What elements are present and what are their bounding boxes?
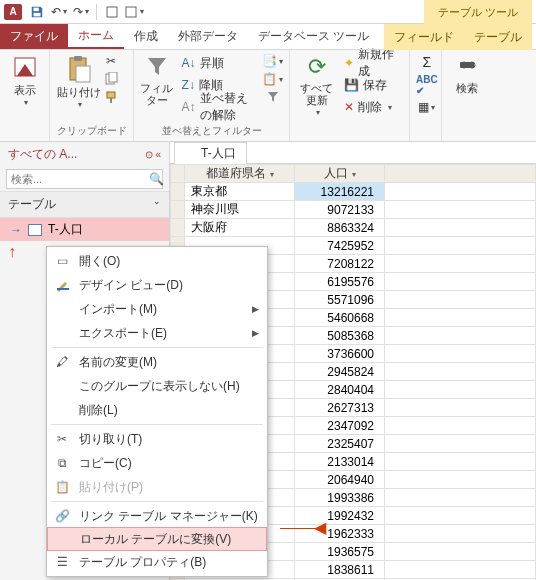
cell-empty[interactable] [385,327,536,345]
cell-empty[interactable] [385,471,536,489]
cell-pref[interactable]: 神奈川県 [185,201,295,219]
cell-empty[interactable] [385,183,536,201]
cell-pop[interactable]: 9072133 [295,201,385,219]
tab-create[interactable]: 作成 [124,24,168,49]
cm-cut[interactable]: ✂切り取り(T) [47,427,267,451]
sum-icon[interactable]: Σ [416,54,438,70]
cell-pop[interactable]: 1993386 [295,489,385,507]
nav-item-table[interactable]: → T-人口 [0,218,169,241]
selection-icon[interactable]: 📑▾ [262,54,283,68]
tab-home[interactable]: ホーム [68,24,124,49]
cm-delete[interactable]: 削除(L) [47,398,267,422]
cell-empty[interactable] [385,417,536,435]
cell-pop[interactable]: 2325407 [295,435,385,453]
column-header-pop[interactable]: 人口▾ [295,165,385,183]
find-button[interactable]: 検索 [448,54,486,94]
search-icon[interactable]: 🔍 [149,172,164,186]
tab-file[interactable]: ファイル [0,24,68,49]
nav-search[interactable]: 🔍 [6,169,163,189]
cell-pop[interactable]: 2840404 [295,381,385,399]
nav-header[interactable]: すべての A... ⊙ « [0,142,169,167]
cell-pop[interactable]: 2347092 [295,417,385,435]
cell-empty[interactable] [385,345,536,363]
row-selector[interactable] [171,219,185,237]
cell-empty[interactable] [385,525,536,543]
table-row[interactable]: 東京都13216221 [171,183,536,201]
tab-database-tools[interactable]: データベース ツール [248,24,379,49]
table-row[interactable]: 大阪府8863324 [171,219,536,237]
cm-convert-local[interactable]: ローカル テーブルに変換(V) [47,527,267,551]
table-row[interactable]: 神奈川県9072133 [171,201,536,219]
tab-table[interactable]: テーブル [464,24,532,50]
cell-empty[interactable] [385,381,536,399]
cell-pop[interactable]: 3736600 [295,345,385,363]
qat-icon-1[interactable] [101,5,123,19]
cell-pop[interactable]: 2133014 [295,453,385,471]
cm-properties[interactable]: ☰テーブル プロパティ(B) [47,550,267,574]
qat-icon-2[interactable]: ▾ [123,5,145,19]
cell-pref[interactable]: 大阪府 [185,219,295,237]
cell-pop[interactable]: 2627313 [295,399,385,417]
cell-empty[interactable] [385,453,536,471]
cell-pop[interactable]: 1936575 [295,543,385,561]
collapse-icon[interactable]: ⌄ [153,196,161,213]
cut-icon[interactable]: ✂ [104,54,118,68]
save-record-button[interactable]: 💾保存 [340,76,403,94]
column-header-add[interactable] [385,165,536,183]
filter-button[interactable]: フィルター [140,54,174,106]
spell-icon[interactable]: ABC✔ [416,74,438,96]
paste-button[interactable]: 貼り付け▾ [56,54,102,109]
more-icon[interactable]: ▦▾ [416,100,438,114]
cell-empty[interactable] [385,273,536,291]
cell-empty[interactable] [385,561,536,579]
sort-asc-button[interactable]: A↓昇順 [178,54,258,72]
cm-rename[interactable]: 🖍名前の変更(M) [47,350,267,374]
nav-section-tables[interactable]: テーブル ⌄ [0,191,169,218]
redo-icon[interactable]: ↷▾ [70,5,92,19]
cell-empty[interactable] [385,489,536,507]
cm-hide[interactable]: このグループに表示しない(H) [47,374,267,398]
format-painter-icon[interactable] [104,90,118,104]
cell-pop[interactable]: 5571096 [295,291,385,309]
cell-empty[interactable] [385,291,536,309]
cell-pop[interactable]: 13216221 [295,183,385,201]
cell-pop[interactable]: 7425952 [295,237,385,255]
row-selector[interactable] [171,201,185,219]
new-button[interactable]: ✦新規作成 [340,54,403,72]
delete-button[interactable]: ✕削除▾ [340,98,403,116]
cell-empty[interactable] [385,219,536,237]
cell-empty[interactable] [385,507,536,525]
advanced-icon[interactable]: 📋▾ [262,72,283,86]
select-all-cell[interactable] [171,165,185,183]
cell-empty[interactable] [385,399,536,417]
cell-empty[interactable] [385,363,536,381]
cell-pop[interactable]: 8863324 [295,219,385,237]
cell-empty[interactable] [385,435,536,453]
cell-pop[interactable]: 7208122 [295,255,385,273]
cm-design-view[interactable]: デザイン ビュー(D) [47,273,267,297]
tab-external-data[interactable]: 外部データ [168,24,248,49]
cell-empty[interactable] [385,255,536,273]
cell-pop[interactable]: 1838611 [295,561,385,579]
search-input[interactable] [11,173,149,185]
cell-empty[interactable] [385,201,536,219]
cell-pop[interactable]: 2064940 [295,471,385,489]
sort-clear-button[interactable]: A↕並べ替えの解除 [178,98,258,116]
cell-pop[interactable]: 2945824 [295,363,385,381]
cell-empty[interactable] [385,309,536,327]
cell-pop[interactable]: 5460668 [295,309,385,327]
save-icon[interactable] [26,5,48,19]
cell-pref[interactable]: 東京都 [185,183,295,201]
cell-pop[interactable]: 6195576 [295,273,385,291]
cm-link-manager[interactable]: 🔗リンク テーブル マネージャー(K) [47,504,267,528]
copy-icon[interactable] [104,72,118,86]
cm-import[interactable]: インポート(M)▶ [47,297,267,321]
column-header-pref[interactable]: 都道府県名▾ [185,165,295,183]
nav-dropdown-icon[interactable]: ⊙ « [145,149,161,160]
undo-icon[interactable]: ↶▾ [48,5,70,19]
view-button[interactable]: 表示▾ [6,54,43,107]
sheet-tab-item[interactable]: T-人口 [174,142,247,164]
cm-export[interactable]: エクスポート(E)▶ [47,321,267,345]
cell-pop[interactable]: 5085368 [295,327,385,345]
tab-fields[interactable]: フィールド [384,24,464,50]
